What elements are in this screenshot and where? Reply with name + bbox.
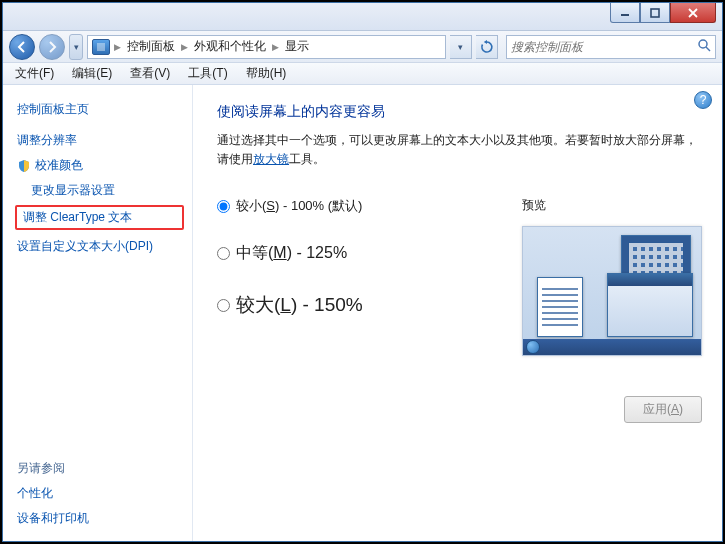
sidebar-cleartype-highlight: 调整 ClearType 文本 xyxy=(15,205,184,230)
sidebar: 控制面板主页 调整分辨率 校准颜色 更改显示器设置 调整 ClearType 文… xyxy=(3,85,193,541)
window-frame: ▾ ▶ 控制面板 ▶ 外观和个性化 ▶ 显示 ▾ 文件(F) 编辑(E) 查看(… xyxy=(2,2,723,542)
svg-rect-0 xyxy=(621,14,629,16)
svg-rect-1 xyxy=(651,9,659,17)
forward-button[interactable] xyxy=(39,34,65,60)
sidebar-personalization[interactable]: 个性化 xyxy=(17,481,184,506)
close-button[interactable] xyxy=(670,3,716,23)
back-button[interactable] xyxy=(9,34,35,60)
magnifier-link[interactable]: 放大镜 xyxy=(253,152,289,166)
page-description: 通过选择其中一个选项，可以更改屏幕上的文本大小以及其他项。若要暂时放大部分屏幕，… xyxy=(217,131,702,169)
address-dropdown[interactable]: ▾ xyxy=(450,35,472,59)
search-icon xyxy=(697,38,711,56)
window-buttons xyxy=(610,3,716,23)
nav-history-dropdown[interactable]: ▾ xyxy=(69,34,83,60)
forward-arrow-icon xyxy=(45,40,59,54)
sidebar-resolution[interactable]: 调整分辨率 xyxy=(17,128,184,153)
sidebar-cleartype[interactable]: 调整 ClearType 文本 xyxy=(23,206,132,228)
radio-large[interactable] xyxy=(217,299,230,312)
main-pane: ? 使阅读屏幕上的内容更容易 通过选择其中一个选项，可以更改屏幕上的文本大小以及… xyxy=(193,85,722,541)
refresh-icon xyxy=(480,40,494,54)
menu-tools[interactable]: 工具(T) xyxy=(180,63,235,84)
shield-icon xyxy=(17,159,31,173)
svg-point-3 xyxy=(699,40,707,48)
sidebar-calibrate-label: 校准颜色 xyxy=(35,157,83,174)
page-title: 使阅读屏幕上的内容更容易 xyxy=(217,103,702,121)
menu-edit[interactable]: 编辑(E) xyxy=(64,63,120,84)
maximize-button[interactable] xyxy=(640,3,670,23)
search-input[interactable] xyxy=(511,40,697,54)
preview-label: 预览 xyxy=(522,197,702,214)
search-box[interactable] xyxy=(506,35,716,59)
sidebar-display-settings[interactable]: 更改显示器设置 xyxy=(17,178,184,203)
close-icon xyxy=(687,8,699,18)
apply-button[interactable]: 应用(A) xyxy=(624,396,702,423)
preview-area: 预览 xyxy=(522,197,702,356)
titlebar xyxy=(3,3,722,31)
scale-options: 较小(S) - 100% (默认) 中等(M) - 125% 较大(L) - 1… xyxy=(217,197,522,346)
preview-window-icon xyxy=(607,273,693,337)
maximize-icon xyxy=(650,8,660,18)
see-also-header: 另请参阅 xyxy=(17,460,184,477)
sidebar-calibrate[interactable]: 校准颜色 xyxy=(17,153,184,178)
chevron-right-icon: ▶ xyxy=(181,42,188,52)
radio-small[interactable] xyxy=(217,200,230,213)
sidebar-devices[interactable]: 设备和打印机 xyxy=(17,506,184,531)
breadcrumb-control-panel[interactable]: 控制面板 xyxy=(125,38,177,55)
menu-help[interactable]: 帮助(H) xyxy=(238,63,295,84)
option-large[interactable]: 较大(L) - 150% xyxy=(217,292,522,318)
menubar: 文件(F) 编辑(E) 查看(V) 工具(T) 帮助(H) xyxy=(3,63,722,85)
svg-rect-2 xyxy=(97,43,105,51)
sidebar-home[interactable]: 控制面板主页 xyxy=(17,97,184,122)
refresh-button[interactable] xyxy=(476,35,498,59)
preview-taskbar-icon xyxy=(523,339,701,355)
chevron-right-icon: ▶ xyxy=(272,42,279,52)
option-large-label: 较大(L) - 150% xyxy=(236,292,363,318)
option-small[interactable]: 较小(S) - 100% (默认) xyxy=(217,197,522,215)
minimize-icon xyxy=(620,8,630,18)
option-medium-label: 中等(M) - 125% xyxy=(236,243,347,264)
menu-file[interactable]: 文件(F) xyxy=(7,63,62,84)
body: 控制面板主页 调整分辨率 校准颜色 更改显示器设置 调整 ClearType 文… xyxy=(3,85,722,541)
option-small-label: 较小(S) - 100% (默认) xyxy=(236,197,362,215)
option-medium[interactable]: 中等(M) - 125% xyxy=(217,243,522,264)
breadcrumb-display[interactable]: 显示 xyxy=(283,38,311,55)
preview-thumbnail xyxy=(522,226,702,356)
help-button[interactable]: ? xyxy=(694,91,712,109)
sidebar-dpi[interactable]: 设置自定义文本大小(DPI) xyxy=(17,234,184,259)
chevron-right-icon: ▶ xyxy=(114,42,121,52)
menu-view[interactable]: 查看(V) xyxy=(122,63,178,84)
preview-window-icon xyxy=(537,277,583,337)
back-arrow-icon xyxy=(15,40,29,54)
breadcrumb-appearance[interactable]: 外观和个性化 xyxy=(192,38,268,55)
minimize-button[interactable] xyxy=(610,3,640,23)
navbar: ▾ ▶ 控制面板 ▶ 外观和个性化 ▶ 显示 ▾ xyxy=(3,31,722,63)
control-panel-icon xyxy=(92,39,110,55)
address-bar[interactable]: ▶ 控制面板 ▶ 外观和个性化 ▶ 显示 xyxy=(87,35,446,59)
radio-medium[interactable] xyxy=(217,247,230,260)
